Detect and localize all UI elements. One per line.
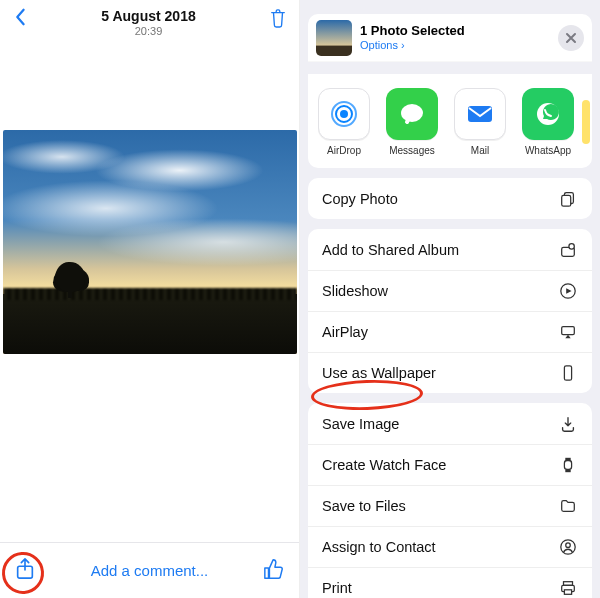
svg-point-1 [340, 110, 348, 118]
phone-icon [558, 364, 578, 382]
back-chevron-icon[interactable] [12, 8, 28, 30]
photo-viewer[interactable] [0, 130, 299, 354]
photo-time: 20:39 [101, 25, 195, 38]
svg-rect-9 [562, 195, 571, 206]
svg-rect-13 [562, 327, 575, 335]
app-airdrop[interactable]: AirDrop [310, 88, 378, 156]
action-label: Slideshow [322, 283, 388, 299]
app-messages[interactable]: Messages [378, 88, 446, 156]
share-title: 1 Photo Selected [360, 24, 465, 39]
action-label: Save to Files [322, 498, 406, 514]
action-slideshow[interactable]: Slideshow [308, 270, 592, 311]
action-assign-contact[interactable]: Assign to Contact [308, 526, 592, 567]
action-airplay[interactable]: AirPlay [308, 311, 592, 352]
action-add-shared-album[interactable]: Add to Shared Album [308, 229, 592, 270]
share-sheet-pane: 1 Photo Selected Options AirDrop Message… [300, 0, 600, 598]
app-label: Messages [378, 145, 446, 156]
photo-date: 5 August 2018 [101, 8, 195, 25]
messages-icon [386, 88, 438, 140]
action-label: AirPlay [322, 324, 368, 340]
svg-point-4 [401, 104, 423, 122]
svg-rect-16 [565, 458, 570, 461]
photo-image [3, 130, 297, 354]
photo-footer: Add a comment... [0, 542, 299, 598]
action-save-to-files[interactable]: Save to Files [308, 485, 592, 526]
photo-date-title: 5 August 2018 20:39 [101, 8, 195, 38]
whatsapp-icon [522, 88, 574, 140]
folder-icon [558, 497, 578, 515]
app-label: WhatsApp [514, 145, 582, 156]
shared-album-icon [558, 241, 578, 259]
svg-rect-22 [564, 590, 571, 595]
play-icon [558, 282, 578, 300]
add-comment-button[interactable]: Add a comment... [91, 562, 209, 579]
share-options-link[interactable]: Options [360, 39, 465, 52]
svg-rect-14 [564, 366, 571, 380]
action-print[interactable]: Print [308, 567, 592, 598]
app-mail[interactable]: Mail [446, 88, 514, 156]
airdrop-icon [318, 88, 370, 140]
share-app-row[interactable]: AirDrop Messages Mail WhatsApp [308, 74, 592, 168]
printer-icon [558, 579, 578, 597]
app-whatsapp[interactable]: WhatsApp [514, 88, 582, 156]
action-label: Create Watch Face [322, 457, 446, 473]
like-icon[interactable] [263, 557, 285, 585]
close-icon[interactable] [558, 25, 584, 51]
app-label: Mail [446, 145, 514, 156]
action-label: Add to Shared Album [322, 242, 459, 258]
action-label: Assign to Contact [322, 539, 436, 555]
svg-rect-5 [468, 106, 492, 122]
action-save-image[interactable]: Save Image [308, 403, 592, 444]
trash-icon[interactable] [269, 8, 287, 32]
svg-rect-17 [565, 470, 570, 473]
more-apps-peek[interactable] [582, 100, 590, 144]
action-create-watch-face[interactable]: Create Watch Face [308, 444, 592, 485]
contact-icon [558, 538, 578, 556]
svg-rect-15 [564, 461, 571, 470]
photo-detail-pane: 5 August 2018 20:39 Add a comment... [0, 0, 300, 598]
photo-header: 5 August 2018 20:39 [0, 0, 299, 44]
action-label: Save Image [322, 416, 399, 432]
app-label: AirDrop [310, 145, 378, 156]
svg-rect-7 [582, 100, 590, 144]
share-icon[interactable] [14, 557, 36, 585]
action-use-wallpaper[interactable]: Use as Wallpaper [308, 352, 592, 393]
watch-icon [558, 456, 578, 474]
action-copy-photo[interactable]: Copy Photo [308, 178, 592, 219]
copy-icon [558, 190, 578, 208]
share-thumbnail [316, 20, 352, 56]
mail-icon [454, 88, 506, 140]
share-actions: Copy Photo Add to Shared Album Slideshow… [308, 178, 592, 598]
airplay-icon [558, 323, 578, 341]
action-label: Print [322, 580, 352, 596]
svg-point-11 [569, 243, 574, 248]
share-header: 1 Photo Selected Options [308, 14, 592, 62]
action-label: Use as Wallpaper [322, 365, 436, 381]
svg-point-19 [566, 543, 571, 548]
download-icon [558, 415, 578, 433]
action-label: Copy Photo [322, 191, 398, 207]
